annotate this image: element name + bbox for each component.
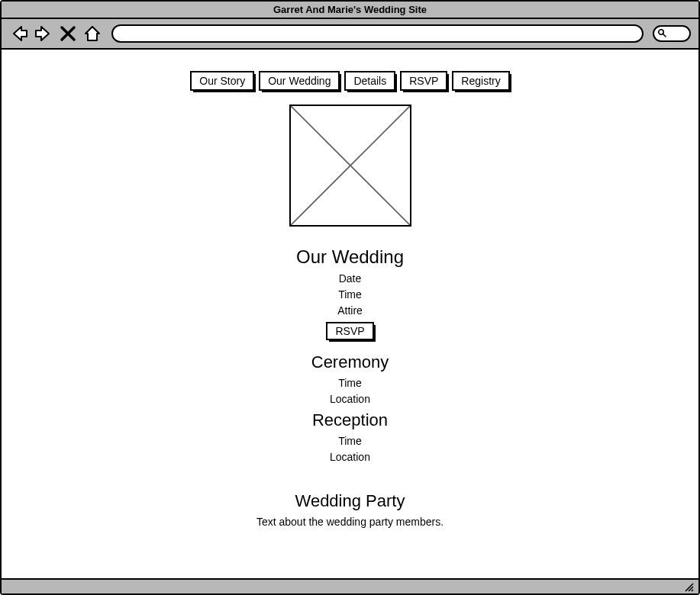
- our-wedding-heading: Our Wedding: [296, 246, 404, 268]
- wedding-date: Date: [339, 271, 362, 287]
- nav-our-story[interactable]: Our Story: [190, 71, 254, 91]
- ceremony-heading: Ceremony: [311, 352, 389, 372]
- search-field[interactable]: [653, 25, 691, 42]
- status-bar: [2, 578, 698, 593]
- search-icon: [657, 27, 666, 40]
- site-nav: Our Story Our Wedding Details RSVP Regis…: [190, 71, 509, 91]
- reception-heading: Reception: [312, 410, 388, 430]
- reception-section: Reception Time Location: [312, 407, 388, 465]
- svg-line-1: [663, 34, 666, 37]
- ceremony-time: Time: [338, 375, 362, 391]
- forward-arrow-icon[interactable]: [34, 24, 53, 43]
- wedding-party-section: Wedding Party Text about the wedding par…: [256, 488, 444, 530]
- address-bar[interactable]: [111, 24, 644, 43]
- nav-details[interactable]: Details: [344, 71, 395, 91]
- window-title: Garret And Marie's Wedding Site: [273, 4, 427, 15]
- back-arrow-icon[interactable]: [9, 24, 29, 43]
- nav-our-wedding[interactable]: Our Wedding: [259, 71, 340, 91]
- browser-toolbar: [2, 19, 698, 50]
- stop-icon[interactable]: [58, 24, 78, 43]
- svg-line-6: [692, 590, 693, 591]
- reception-location: Location: [330, 449, 370, 465]
- window-title-bar: Garret And Marie's Wedding Site: [2, 2, 698, 19]
- wedding-attire: Attire: [337, 303, 363, 319]
- wedding-time: Time: [338, 287, 362, 303]
- hero-image-placeholder: [289, 105, 411, 227]
- resize-grip-icon[interactable]: [683, 581, 694, 592]
- reception-time: Time: [338, 433, 362, 449]
- page-content: Our Story Our Wedding Details RSVP Regis…: [2, 50, 698, 578]
- rsvp-button[interactable]: RSVP: [326, 322, 373, 340]
- nav-registry[interactable]: Registry: [452, 71, 509, 91]
- browser-window: Garret And Marie's Wedding Site Our Stor…: [0, 0, 700, 595]
- home-icon[interactable]: [82, 24, 102, 43]
- wedding-party-heading: Wedding Party: [295, 491, 405, 511]
- ceremony-location: Location: [330, 391, 370, 407]
- ceremony-section: Ceremony Time Location: [311, 349, 389, 407]
- our-wedding-section: Our Wedding Date Time Attire RSVP: [296, 243, 404, 349]
- wedding-party-text: Text about the wedding party members.: [256, 514, 444, 530]
- nav-rsvp[interactable]: RSVP: [400, 71, 447, 91]
